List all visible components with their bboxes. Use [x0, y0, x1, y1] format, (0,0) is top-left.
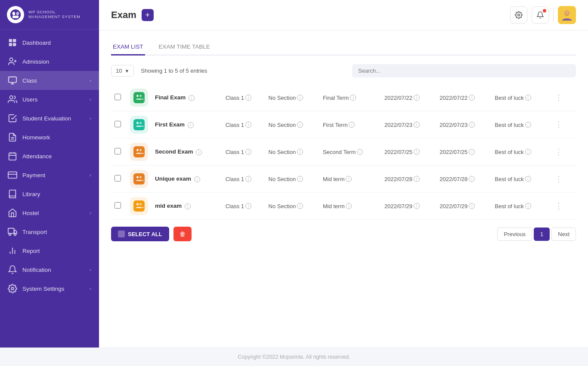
name-info-icon[interactable]: i — [194, 176, 200, 182]
term-info-icon[interactable]: i — [346, 203, 352, 209]
exam-section: No Sectioni — [269, 149, 316, 155]
row-start-cell: 2022/07/25i — [381, 138, 436, 166]
sidebar-item-transport[interactable]: Transport — [0, 222, 99, 241]
exam-start-date: 2022/07/23i — [384, 122, 433, 128]
end-info-icon[interactable]: i — [469, 149, 475, 155]
row-desc-cell: Best of lucki — [492, 138, 548, 166]
chevron-right-icon: › — [90, 97, 91, 102]
desc-info-icon[interactable]: i — [525, 203, 531, 209]
table-row: First Exam i Class 1i No Sectioni First … — [111, 111, 576, 138]
row-checkbox-3[interactable] — [115, 148, 121, 154]
end-info-icon[interactable]: i — [469, 122, 475, 128]
end-info-icon[interactable]: i — [469, 95, 475, 101]
tab-exam-timetable[interactable]: EXAM TIME TABLE — [157, 39, 212, 55]
section-info-icon[interactable]: i — [297, 149, 303, 155]
row-actions-menu[interactable]: ⋮ — [551, 200, 566, 212]
delete-button[interactable]: 🗑 — [173, 227, 192, 241]
sidebar-item-hostel[interactable]: Hostel › — [0, 203, 99, 222]
section-info-icon[interactable]: i — [297, 203, 303, 209]
class-info-icon[interactable]: i — [245, 176, 251, 182]
svg-rect-7 — [13, 43, 16, 46]
class-info-icon[interactable]: i — [245, 122, 251, 128]
row-actions-menu[interactable]: ⋮ — [551, 173, 566, 185]
section-info-icon[interactable]: i — [297, 95, 303, 101]
exam-end-date: 2022/07/22i — [439, 95, 488, 101]
name-info-icon[interactable]: i — [185, 203, 191, 209]
name-info-icon[interactable]: i — [188, 122, 194, 128]
row-checkbox-4[interactable] — [115, 175, 121, 181]
chevron-right-icon: › — [90, 267, 91, 272]
start-info-icon[interactable]: i — [414, 176, 420, 182]
sidebar-item-library[interactable]: Library — [0, 185, 99, 203]
sidebar-item-system-settings[interactable]: System Settings › — [0, 279, 99, 298]
end-info-icon[interactable]: i — [469, 176, 475, 182]
next-button[interactable]: Next — [551, 228, 576, 241]
desc-info-icon[interactable]: i — [525, 122, 531, 128]
term-info-icon[interactable]: i — [349, 122, 355, 128]
name-info-icon[interactable]: i — [196, 149, 202, 155]
term-info-icon[interactable]: i — [357, 149, 363, 155]
sidebar-item-users[interactable]: Users › — [0, 90, 99, 109]
section-info-icon[interactable]: i — [297, 122, 303, 128]
sidebar-item-class[interactable]: Class › — [0, 71, 99, 90]
end-info-icon[interactable]: i — [469, 203, 475, 209]
sidebar-item-student-evaluation[interactable]: Student Evaluation › — [0, 109, 99, 128]
exam-start-date: 2022/07/29i — [384, 203, 433, 209]
row-end-cell: 2022/07/29i — [436, 193, 491, 220]
notifications-button[interactable] — [532, 6, 549, 24]
sidebar-item-label-users: Users — [22, 96, 90, 103]
desc-info-icon[interactable]: i — [525, 95, 531, 101]
sidebar-item-payment[interactable]: Payment › — [0, 166, 99, 185]
term-info-icon[interactable]: i — [346, 176, 352, 182]
start-info-icon[interactable]: i — [414, 203, 420, 209]
start-info-icon[interactable]: i — [414, 95, 420, 101]
row-checkbox-2[interactable] — [115, 121, 121, 127]
previous-button[interactable]: Previous — [497, 228, 532, 241]
sidebar-item-homework[interactable]: Homework — [0, 128, 99, 147]
sidebar-item-dashboard[interactable]: Dashboard — [0, 33, 99, 52]
row-term-cell: Mid termi — [319, 166, 381, 193]
page-1-button[interactable]: 1 — [534, 228, 550, 241]
search-input[interactable] — [352, 64, 576, 77]
per-page-select[interactable]: 10 ▼ — [111, 65, 134, 77]
class-info-icon[interactable]: i — [245, 203, 251, 209]
sidebar-item-label-transport: Transport — [22, 229, 91, 235]
row-actions-menu[interactable]: ⋮ — [551, 146, 566, 158]
sidebar-item-report[interactable]: Report — [0, 241, 99, 260]
row-actions-menu[interactable]: ⋮ — [551, 119, 566, 131]
svg-point-24 — [9, 234, 11, 236]
section-info-icon[interactable]: i — [297, 176, 303, 182]
sidebar-item-admission[interactable]: Admission — [0, 52, 99, 71]
sidebar-item-attendance[interactable]: Attendance — [0, 147, 99, 166]
row-actions-cell: ⋮ — [548, 166, 576, 193]
class-info-icon[interactable]: i — [245, 149, 251, 155]
chevron-right-icon: › — [90, 78, 91, 83]
start-info-icon[interactable]: i — [414, 149, 420, 155]
tabs: EXAM LIST EXAM TIME TABLE — [111, 39, 576, 55]
desc-info-icon[interactable]: i — [525, 176, 531, 182]
svg-point-29 — [11, 287, 14, 290]
exam-end-date: 2022/07/29i — [439, 203, 488, 209]
desc-info-icon[interactable]: i — [525, 149, 531, 155]
checkbox-icon — [118, 231, 125, 237]
add-exam-button[interactable]: + — [142, 9, 154, 21]
row-checkbox-1[interactable] — [115, 94, 121, 100]
term-info-icon[interactable]: i — [350, 95, 356, 101]
row-checkbox-5[interactable] — [115, 202, 121, 209]
select-all-button[interactable]: SELECT ALL — [111, 227, 169, 241]
user-avatar[interactable] — [558, 6, 576, 24]
row-name-cell: Final Exam i — [152, 84, 222, 111]
start-info-icon[interactable]: i — [414, 122, 420, 128]
row-actions-menu[interactable]: ⋮ — [551, 92, 566, 104]
main-content: Exam + — [99, 0, 588, 348]
settings-button[interactable] — [510, 6, 527, 24]
svg-point-30 — [518, 14, 520, 16]
row-term-cell: Mid termi — [319, 193, 381, 220]
name-info-icon[interactable]: i — [189, 95, 195, 101]
logo-text: WP SCHOOL MANAGEMENT SYSTEM — [28, 10, 80, 19]
table-row: Unique exam i Class 1i No Sectioni Mid t… — [111, 166, 576, 193]
class-info-icon[interactable]: i — [245, 95, 251, 101]
tab-exam-list[interactable]: EXAM LIST — [111, 39, 145, 55]
exam-icon — [130, 197, 148, 215]
sidebar-item-notification[interactable]: Notification › — [0, 260, 99, 279]
